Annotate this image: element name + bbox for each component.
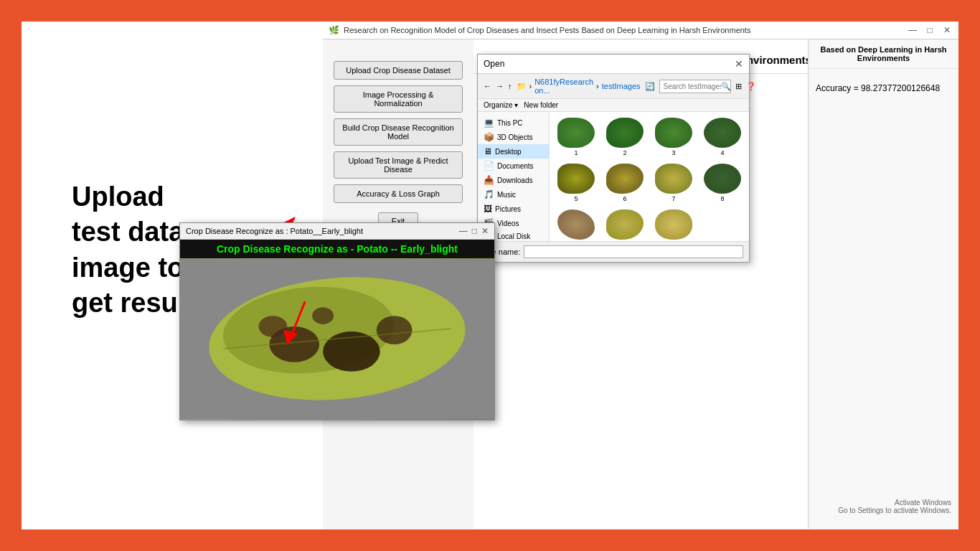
music-icon: 🎵	[484, 189, 494, 199]
fs-3d-objects[interactable]: 📦 3D Objects	[478, 130, 549, 144]
app-titlebar-title: 🌿 Research on Recognition Model of Crop …	[329, 25, 750, 35]
upload-dataset-btn[interactable]: Upload Crop Disease Dataset	[334, 61, 463, 80]
file-thumb-5[interactable]: 5	[553, 161, 599, 204]
fs-pictures-label: Pictures	[495, 205, 521, 213]
help-btn[interactable]: ❓	[746, 82, 756, 91]
thumb-label-6: 6	[623, 195, 626, 202]
thumb-img-7	[655, 164, 692, 194]
fs-this-pc[interactable]: 💻 This PC	[478, 116, 549, 130]
leaf-visualization	[180, 258, 494, 420]
app-titlebar: 🌿 Research on Recognition Model of Crop …	[323, 22, 958, 39]
fs-3d-label: 3D Objects	[497, 133, 532, 141]
fs-music[interactable]: 🎵 Music	[478, 187, 549, 202]
file-thumb-4[interactable]: 4	[699, 116, 745, 159]
up-btn[interactable]: ↑	[508, 82, 512, 90]
file-name-input[interactable]	[524, 245, 743, 258]
thumb-label-1: 1	[574, 149, 578, 156]
file-thumb-6[interactable]: 6	[602, 161, 648, 204]
forward-btn[interactable]: →	[496, 82, 504, 90]
app-icon: 🌿	[329, 25, 339, 35]
this-pc-icon: 💻	[484, 118, 494, 128]
fs-documents[interactable]: 📄 Documents	[478, 159, 549, 173]
thumb-label-4: 4	[720, 149, 724, 156]
app-titlebar-controls: — □ ✕	[907, 24, 953, 36]
thumb-img-3	[655, 118, 692, 148]
result-maximize-btn[interactable]: □	[472, 226, 477, 236]
fs-pictures[interactable]: 🖼 Pictures	[478, 202, 549, 216]
pictures-icon: 🖼	[484, 204, 492, 214]
main-container: Uploadtest dataimage toget result 🌿 Rese…	[22, 22, 958, 529]
accuracy-text: Accuracy = 98.27377200126648	[809, 69, 958, 108]
fs-documents-label: Documents	[497, 162, 534, 170]
fs-desktop-label: Desktop	[495, 148, 522, 156]
fs-this-pc-label: This PC	[497, 119, 523, 127]
breadcrumb-sep2: ›	[596, 82, 599, 90]
refresh-btn[interactable]: 🔄	[645, 82, 655, 91]
3d-objects-icon: 📦	[484, 132, 494, 142]
breadcrumb-sep1: ›	[529, 82, 532, 90]
file-thumb-9[interactable]	[553, 207, 599, 241]
thumb-img-11	[655, 209, 692, 240]
fs-desktop[interactable]: 🖥 Desktop	[478, 144, 549, 159]
thumb-label-3: 3	[672, 149, 675, 156]
view-toggle[interactable]: ⊞	[735, 82, 742, 91]
file-thumb-8[interactable]: 8	[699, 161, 745, 204]
image-processing-btn[interactable]: Image Processing & Normalization	[334, 85, 463, 113]
app-titlebar-text: Research on Recognition Model of Crop Di…	[344, 26, 750, 34]
fs-downloads-label: Downloads	[497, 176, 532, 184]
close-btn[interactable]: ✕	[941, 24, 953, 36]
thumb-label-5: 5	[574, 195, 578, 202]
file-thumb-10[interactable]	[602, 207, 648, 241]
search-box: 🔍	[659, 80, 731, 93]
activate-windows-line1: Activate Windows	[838, 499, 951, 507]
file-dialog-body: 💻 This PC 📦 3D Objects 🖥 Desktop	[478, 112, 749, 241]
search-input[interactable]	[664, 83, 721, 90]
file-dialog-close-btn[interactable]: ✕	[735, 58, 743, 70]
result-image-area	[180, 258, 494, 420]
maximize-btn[interactable]: □	[924, 24, 936, 36]
fs-videos-label: Videos	[497, 220, 519, 227]
file-dialog-title-text: Open	[484, 59, 504, 69]
fs-local-c-label: Local Disk (C:)	[497, 232, 543, 241]
minimize-btn[interactable]: —	[907, 24, 918, 36]
thumb-img-1	[557, 118, 595, 148]
file-dialog-sidebar: 💻 This PC 📦 3D Objects 🖥 Desktop	[478, 112, 550, 241]
result-window: Crop Disease Recognize as : Potato__Earl…	[179, 222, 495, 420]
organize-btn[interactable]: Organize ▾	[484, 101, 518, 109]
file-dialog-titlebar: Open ✕	[478, 55, 749, 74]
app-content: Upload Crop Disease Dataset Image Proces…	[323, 39, 958, 529]
file-thumb-1[interactable]: 1	[553, 116, 599, 159]
file-thumb-3[interactable]: 3	[651, 116, 697, 159]
breadcrumb-root[interactable]: 📁	[517, 82, 527, 91]
new-folder-btn[interactable]: New folder	[524, 101, 558, 109]
result-minimize-btn[interactable]: —	[459, 226, 468, 236]
thumb-img-8	[704, 164, 741, 194]
result-title-text: Crop Disease Recognize as : Potato__Earl…	[186, 227, 363, 235]
desktop-icon: 🖥	[484, 146, 492, 156]
accuracy-loss-graph-btn[interactable]: Accuracy & Loss Graph	[334, 184, 463, 203]
thumb-img-9	[557, 209, 595, 240]
right-panel: 🌿 Research on Recognition Model of Crop …	[323, 22, 958, 529]
file-thumb-7[interactable]: 7	[651, 161, 697, 204]
back-btn[interactable]: ←	[484, 82, 491, 90]
thumb-label-8: 8	[720, 195, 724, 202]
fs-music-label: Music	[497, 191, 516, 199]
breadcrumb-research[interactable]: N681fyResearch on...	[534, 77, 593, 95]
annotation-text: Uploadtest dataimage toget result	[72, 179, 194, 321]
result-titlebar: Crop Disease Recognize as : Potato__Earl…	[180, 223, 494, 240]
breadcrumb-test[interactable]: testImages	[602, 82, 641, 90]
fs-downloads[interactable]: 📥 Downloads	[478, 173, 549, 187]
thumb-label-7: 7	[672, 195, 675, 202]
file-thumb-11[interactable]	[651, 207, 697, 241]
downloads-icon: 📥	[484, 175, 494, 185]
file-dialog-action-bar: Organize ▾ New folder	[478, 99, 749, 112]
activate-windows-line2: Go to Settings to activate Windows.	[838, 507, 951, 514]
documents-icon: 📄	[484, 161, 494, 171]
build-model-btn[interactable]: Build Crop Disease Recognition Model	[334, 118, 463, 146]
app-main-area: Research on Recogu... Environments Open …	[473, 39, 958, 529]
upload-test-image-btn[interactable]: Upload Test Image & Predict Disease	[334, 151, 463, 179]
file-thumb-2[interactable]: 2	[602, 116, 648, 159]
thumb-label-2: 2	[623, 149, 626, 156]
second-app-title: Based on Deep Learning in Harsh Environm…	[809, 39, 958, 69]
result-close-btn[interactable]: ✕	[481, 226, 489, 236]
